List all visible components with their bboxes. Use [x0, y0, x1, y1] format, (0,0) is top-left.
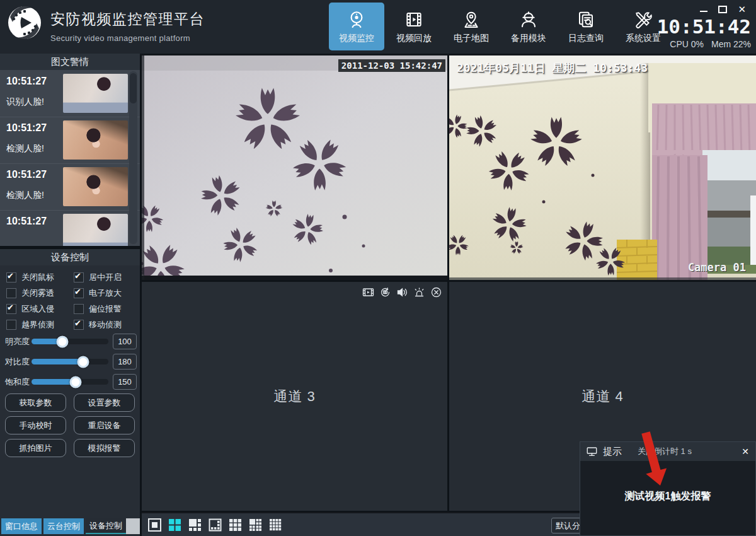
- alarm-list: 10:51:27 识别人脸! 10:51:27 检测人脸! 10:51:27 检…: [0, 70, 140, 246]
- window-controls: ✕: [700, 5, 746, 14]
- checkbox-icon[interactable]: [74, 304, 84, 314]
- checkbox-icon[interactable]: [74, 320, 84, 330]
- alert-popup: 提示 关闭倒计时 1 s ✕ 测试视频1触发报警: [580, 441, 756, 536]
- checkbox-icon[interactable]: [6, 288, 16, 298]
- manual-timing-button[interactable]: 手动校时: [5, 416, 66, 434]
- video-channel-3[interactable]: 通道 3: [142, 282, 447, 511]
- alert-popup-header: 提示 关闭倒计时 1 s ✕: [580, 442, 755, 461]
- device-control-panel: 关闭鼠标 居中开启 关闭雾透 电子放大 区域入侵 偏位报警 越界侦测 移动侦测 …: [0, 265, 140, 536]
- tab-window-info[interactable]: 窗口信息: [1, 518, 42, 534]
- siren-icon[interactable]: [413, 286, 425, 298]
- channel2-video-frame: [449, 55, 756, 280]
- log-search-icon: [576, 9, 596, 30]
- alarm-thumbnail[interactable]: [63, 74, 128, 113]
- layout-6-icon[interactable]: [188, 518, 202, 532]
- set-params-button[interactable]: 设置参数: [74, 393, 135, 412]
- saturation-slider[interactable]: [32, 379, 108, 385]
- get-params-button[interactable]: 获取参数: [5, 393, 66, 412]
- alarm-time: 10:51:27: [6, 216, 47, 227]
- video-channel-2[interactable]: 2021年05月11日 星期二 10:53:43 Camera 01: [449, 55, 756, 280]
- checkbox-close-mouse[interactable]: 关闭鼠标: [6, 272, 54, 283]
- layout-13-icon[interactable]: [249, 518, 262, 532]
- layout-4-icon[interactable]: [168, 518, 181, 532]
- slider-thumb[interactable]: [56, 335, 68, 347]
- page-title: 安防视频监控管理平台: [50, 9, 205, 29]
- layout-switcher: [148, 518, 282, 532]
- snapshot-button[interactable]: 抓拍图片: [5, 439, 66, 457]
- nav-log-query[interactable]: 日志查询: [558, 3, 614, 50]
- nav-label: 视频回放: [396, 33, 432, 44]
- channel2-timestamp: 2021年05月11日 星期二 10:53:43: [457, 61, 648, 76]
- alarm-list-item[interactable]: 10:51:27 检测人脸!: [0, 117, 140, 164]
- layout-9-icon[interactable]: [229, 518, 242, 532]
- alarm-list-item[interactable]: 10:51:27 检测人脸!: [0, 163, 140, 211]
- layout-16-icon[interactable]: [269, 518, 282, 532]
- popup-title: 提示: [603, 446, 622, 458]
- simulate-alarm-button[interactable]: 模拟报警: [74, 439, 135, 457]
- close-circle-icon[interactable]: [430, 286, 442, 298]
- brightness-value: 100: [113, 334, 137, 349]
- nav-label: 系统设置: [626, 33, 661, 44]
- alarm-label: 检测人脸!: [6, 190, 44, 201]
- alarm-thumbnail[interactable]: [63, 214, 128, 246]
- nav-e-map[interactable]: 电子地图: [444, 3, 499, 50]
- checkbox-icon[interactable]: [74, 272, 84, 283]
- checkbox-cross-line[interactable]: 越界侦测: [6, 319, 54, 330]
- alarm-scrollbar[interactable]: [129, 71, 137, 244]
- tools-icon: [633, 9, 653, 30]
- checkbox-motion-detect[interactable]: 移动侦测: [74, 319, 122, 330]
- minimize-icon[interactable]: [700, 11, 707, 12]
- scrollbar-thumb[interactable]: [130, 73, 137, 103]
- tab-ptz-control[interactable]: 云台控制: [43, 518, 84, 534]
- checkbox-icon[interactable]: [74, 288, 84, 298]
- alarm-time: 10:51:27: [6, 76, 47, 87]
- channel1-timestamp: 2011-12-03 15:42:47: [338, 59, 445, 72]
- nav-video-playback[interactable]: 视频回放: [386, 3, 442, 50]
- checkbox-icon[interactable]: [6, 320, 16, 330]
- checkbox-icon[interactable]: [6, 272, 16, 283]
- popup-close-icon[interactable]: ✕: [742, 446, 749, 457]
- alarm-thumbnail[interactable]: [63, 120, 128, 160]
- layout-8-icon[interactable]: [209, 518, 222, 532]
- alarm-list-item[interactable]: 10:51:27: [0, 210, 140, 246]
- alarm-label: 识别人脸!: [6, 96, 44, 108]
- checkbox-center-open[interactable]: 居中开启: [74, 272, 122, 283]
- checkbox-area-intrusion[interactable]: 区域入侵: [6, 303, 54, 315]
- alarm-time: 10:51:27: [6, 122, 47, 134]
- digital-clock: 10:51:42: [657, 15, 751, 38]
- main-nav: 视频监控 视频回放 电子地图: [329, 3, 671, 50]
- channel3-label: 通道 3: [142, 387, 447, 406]
- checkbox-defog-off[interactable]: 关闭雾透: [6, 288, 54, 299]
- webcam-icon: [346, 9, 367, 30]
- nav-backup-module[interactable]: 备用模块: [501, 3, 556, 50]
- contrast-value: 180: [113, 354, 137, 370]
- nav-label: 视频监控: [339, 33, 374, 44]
- worker-icon: [518, 9, 539, 30]
- tab-device-control[interactable]: 设备控制: [86, 518, 126, 534]
- checkbox-offset-alarm[interactable]: 偏位报警: [74, 303, 122, 315]
- alarm-section-header: 图文警情: [0, 54, 140, 70]
- brightness-slider[interactable]: [32, 339, 108, 344]
- maximize-icon[interactable]: [718, 6, 727, 13]
- nav-video-monitor[interactable]: 视频监控: [329, 3, 384, 50]
- alarm-thumbnail[interactable]: [63, 167, 128, 206]
- slider-thumb[interactable]: [69, 376, 81, 388]
- alarm-time: 10:51:27: [6, 169, 47, 180]
- close-window-icon[interactable]: ✕: [738, 5, 746, 14]
- channel3-toolbar: [362, 286, 442, 298]
- alarm-label: 检测人脸!: [6, 143, 44, 154]
- security-video-platform-window: 安防视频监控管理平台 Security video management pla…: [0, 0, 756, 536]
- slider-thumb[interactable]: [77, 356, 89, 368]
- checkbox-icon[interactable]: [6, 304, 16, 314]
- saturation-slider-row: 饱和度 150: [0, 374, 140, 389]
- contrast-slider[interactable]: [32, 359, 108, 364]
- snapshot-icon[interactable]: [379, 286, 391, 298]
- system-stats: CPU 0% Mem 22%: [670, 39, 751, 49]
- speaker-icon[interactable]: [396, 286, 408, 298]
- checkbox-digital-zoom[interactable]: 电子放大: [74, 288, 122, 299]
- video-channel-1[interactable]: 2011-12-03 15:42:47: [142, 55, 447, 280]
- alarm-list-item[interactable]: 10:51:27 识别人脸!: [0, 70, 140, 117]
- record-icon[interactable]: [362, 286, 374, 298]
- layout-1-icon[interactable]: [148, 518, 161, 532]
- reboot-device-button[interactable]: 重启设备: [74, 416, 135, 434]
